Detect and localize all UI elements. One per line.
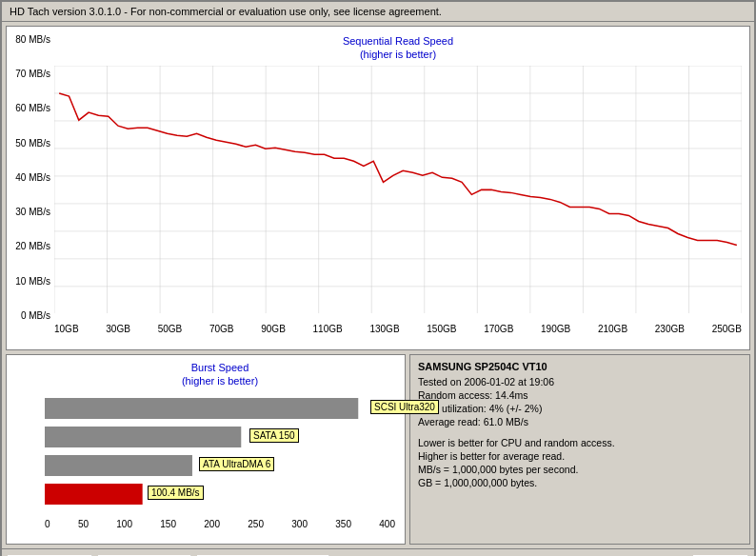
bottom-section: Burst Speed (higher is better) bbox=[6, 354, 750, 545]
svg-rect-28 bbox=[45, 484, 143, 505]
info-panel: SAMSUNG SP2504C VT10 Tested on 2006-01-0… bbox=[409, 354, 750, 545]
label-sata: SATA 150 bbox=[249, 428, 299, 443]
svg-rect-26 bbox=[45, 427, 241, 447]
note-3: MB/s = 1,000,000 bytes per second. bbox=[418, 464, 742, 475]
burst-bars-svg bbox=[45, 393, 395, 517]
note-1: Lower is better for CPU and random acces… bbox=[418, 437, 742, 448]
svg-rect-27 bbox=[45, 455, 192, 476]
label-ata: ATA UltraDMA 6 bbox=[199, 457, 274, 471]
sequential-read-svg bbox=[54, 66, 742, 314]
content-area: 80 MB/s 70 MB/s 60 MB/s 50 MB/s 40 MB/s … bbox=[2, 22, 754, 548]
chart-title: Sequential Read Speed (higher is better) bbox=[54, 34, 742, 62]
title-bar: HD Tach version 3.0.1.0 - For non-commer… bbox=[2, 2, 754, 22]
svg-rect-25 bbox=[45, 398, 358, 419]
cpu-util: CPU utilization: 4% (+/- 2%) bbox=[418, 403, 742, 414]
svg-rect-0 bbox=[54, 66, 742, 314]
test-date: Tested on 2006-01-02 at 19:06 bbox=[418, 376, 742, 387]
label-scsi: SCSI Ultra320 bbox=[370, 400, 439, 414]
note-2: Higher is better for average read. bbox=[418, 450, 742, 462]
x-axis-labels: 10GB 30GB 50GB 70GB 90GB 110GB 130GB 150… bbox=[54, 324, 742, 334]
y-axis-labels: 80 MB/s 70 MB/s 60 MB/s 50 MB/s 40 MB/s … bbox=[9, 34, 50, 321]
toolbar: Save Results Upload Results Compare Anot… bbox=[2, 548, 754, 556]
burst-chart: Burst Speed (higher is better) bbox=[6, 354, 406, 545]
random-access: Random access: 14.4ms bbox=[418, 389, 742, 401]
label-speed: 100.4 MB/s bbox=[148, 486, 204, 500]
sequential-read-chart: 80 MB/s 70 MB/s 60 MB/s 50 MB/s 40 MB/s … bbox=[6, 26, 750, 350]
avg-read: Average read: 61.0 MB/s bbox=[418, 416, 742, 427]
title-text: HD Tach version 3.0.1.0 - For non-commer… bbox=[10, 6, 442, 17]
burst-x-axis: 0 50 100 150 200 250 300 350 400 bbox=[45, 519, 395, 529]
note-4: GB = 1,000,000,000 bytes. bbox=[418, 477, 742, 488]
main-window: HD Tach version 3.0.1.0 - For non-commer… bbox=[0, 0, 756, 556]
drive-name: SAMSUNG SP2504C VT10 bbox=[418, 361, 742, 372]
burst-chart-title: Burst Speed (higher is better) bbox=[45, 361, 395, 388]
